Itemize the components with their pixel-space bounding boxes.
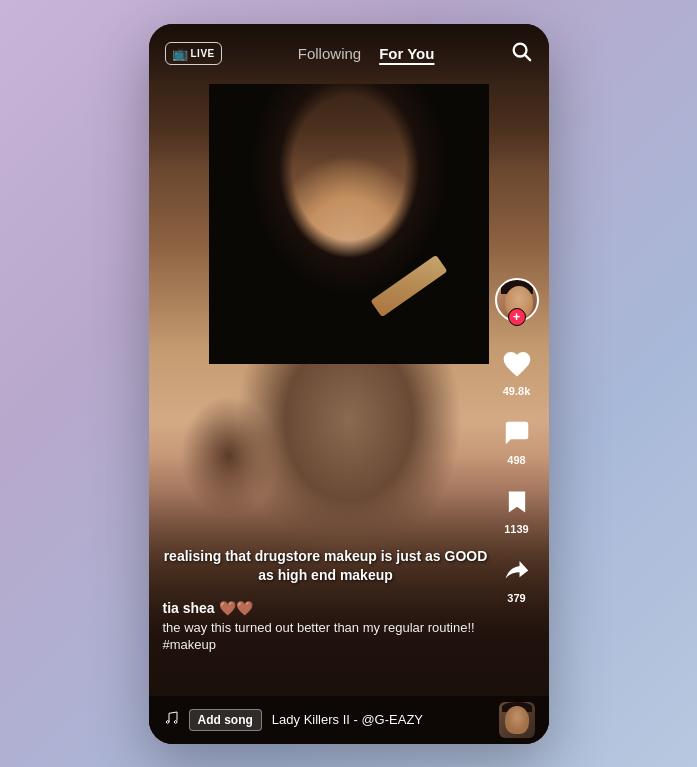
heart-icon xyxy=(499,346,535,382)
share-count: 379 xyxy=(507,592,525,604)
video-description: the way this turned out better than my r… xyxy=(163,620,489,654)
live-badge[interactable]: 📺 LIVE xyxy=(165,42,222,65)
comment-icon xyxy=(499,415,535,451)
video-caption: realising that drugstore makeup is just … xyxy=(163,547,489,586)
tab-for-you[interactable]: For You xyxy=(379,45,434,62)
tiktok-app: 📺 LIVE Following For You xyxy=(149,24,549,744)
like-count: 49.8k xyxy=(503,385,531,397)
search-icon[interactable] xyxy=(510,40,532,67)
bookmark-button[interactable]: 1139 xyxy=(499,484,535,535)
share-icon xyxy=(499,553,535,589)
bookmark-icon xyxy=(499,484,535,520)
comment-button[interactable]: 498 xyxy=(499,415,535,466)
thumbnail-face xyxy=(505,706,529,734)
creator-avatar-container[interactable]: + xyxy=(495,278,539,322)
music-note-icon xyxy=(163,710,179,729)
music-thumbnail xyxy=(499,702,535,738)
live-tv-icon: 📺 xyxy=(172,46,188,61)
bookmark-count: 1139 xyxy=(504,523,528,535)
share-button[interactable]: 379 xyxy=(499,553,535,604)
live-label[interactable]: LIVE xyxy=(191,48,215,59)
svg-marker-2 xyxy=(508,491,524,512)
right-sidebar: + 49.8k 498 xyxy=(495,278,539,604)
like-button[interactable]: 49.8k xyxy=(499,346,535,397)
follow-plus-badge[interactable]: + xyxy=(508,308,526,326)
comment-count: 498 xyxy=(507,454,525,466)
tab-following[interactable]: Following xyxy=(298,45,361,62)
song-title: Lady Killers II - @G-EAZY xyxy=(272,712,489,727)
caption-area: realising that drugstore makeup is just … xyxy=(163,547,489,654)
add-song-button[interactable]: Add song xyxy=(189,709,262,731)
hair-overlay xyxy=(209,84,489,364)
phone-frame: 📺 LIVE Following For You xyxy=(149,24,549,744)
nav-tabs: Following For You xyxy=(298,45,435,62)
music-bar: Add song Lady Killers II - @G-EAZY xyxy=(149,696,549,744)
top-nav: 📺 LIVE Following For You xyxy=(149,24,549,84)
creator-username[interactable]: tia shea 🤎🤎 xyxy=(163,600,489,616)
svg-line-1 xyxy=(526,55,531,60)
